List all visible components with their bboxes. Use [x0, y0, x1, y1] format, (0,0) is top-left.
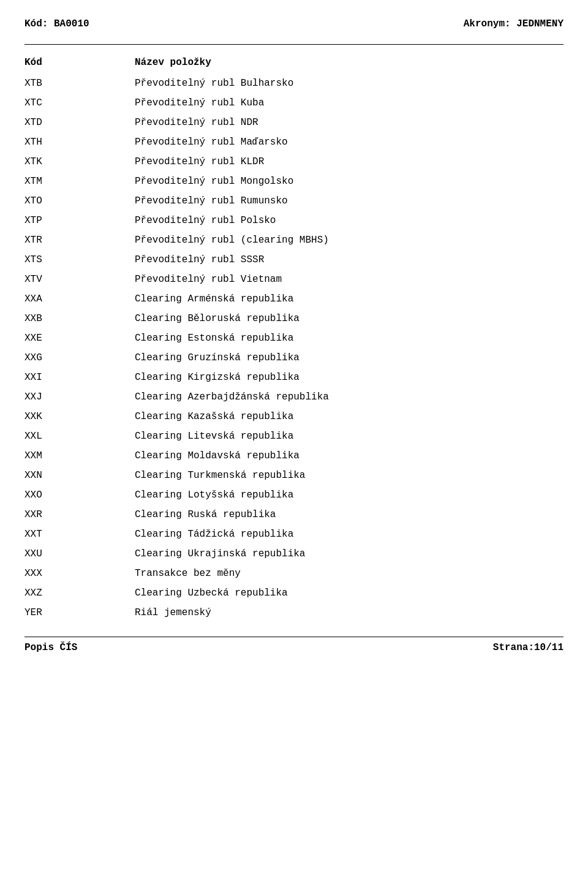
cell-name-3: Převoditelný rubl Maďarsko	[135, 137, 564, 148]
footer-right: Strana:10/11	[493, 642, 564, 653]
cell-code-11: XXA	[24, 293, 135, 304]
cell-name-10: Převoditelný rubl Vietnam	[135, 274, 564, 285]
cell-code-13: XXE	[24, 333, 135, 344]
cell-code-3: XTH	[24, 137, 135, 148]
table-row: XXMClearing Moldavská republika	[24, 450, 564, 461]
table-row: XXTClearing Tádžická republika	[24, 529, 564, 540]
table-row: XXUClearing Ukrajinská republika	[24, 548, 564, 559]
table-row: XTCPřevoditelný rubl Kuba	[24, 97, 564, 108]
page-header: Kód: BA0010 Akronym: JEDNMENY	[24, 18, 564, 29]
cell-code-5: XTM	[24, 176, 135, 187]
table-row: XTKPřevoditelný rubl KLDR	[24, 156, 564, 167]
header-divider	[24, 44, 564, 45]
table-row: XXLClearing Litevská republika	[24, 431, 564, 442]
cell-code-23: XXT	[24, 529, 135, 540]
akronym-label: Akronym: JEDNMENY	[464, 18, 564, 29]
table-row: XXJClearing Azerbajdžánská republika	[24, 392, 564, 403]
cell-code-0: XTB	[24, 78, 135, 89]
table-row: XXAClearing Arménská republika	[24, 293, 564, 304]
cell-code-14: XXG	[24, 352, 135, 363]
cell-code-25: XXX	[24, 568, 135, 579]
cell-name-1: Převoditelný rubl Kuba	[135, 97, 564, 108]
cell-name-11: Clearing Arménská republika	[135, 293, 564, 304]
table-row: XTBPřevoditelný rubl Bulharsko	[24, 78, 564, 89]
cell-name-2: Převoditelný rubl NDR	[135, 117, 564, 128]
cell-name-6: Převoditelný rubl Rumunsko	[135, 195, 564, 206]
cell-name-27: Riál jemenský	[135, 607, 564, 618]
cell-code-2: XTD	[24, 117, 135, 128]
cell-code-6: XTO	[24, 195, 135, 206]
cell-name-8: Převoditelný rubl (clearing MBHS)	[135, 235, 564, 246]
cell-name-23: Clearing Tádžická republika	[135, 529, 564, 540]
table-body: XTBPřevoditelný rubl BulharskoXTCPřevodi…	[24, 78, 564, 618]
cell-code-10: XTV	[24, 274, 135, 285]
table-row: XTSPřevoditelný rubl SSSR	[24, 254, 564, 265]
cell-name-5: Převoditelný rubl Mongolsko	[135, 176, 564, 187]
table-row: XXXTransakce bez měny	[24, 568, 564, 579]
cell-name-19: Clearing Moldavská republika	[135, 450, 564, 461]
cell-name-16: Clearing Azerbajdžánská republika	[135, 392, 564, 403]
table-row: XXEClearing Estonská republika	[24, 333, 564, 344]
table-row: XXOClearing Lotyšská republika	[24, 490, 564, 501]
footer-left: Popis ČÍS	[24, 642, 77, 653]
cell-code-24: XXU	[24, 548, 135, 559]
table-row: XTRPřevoditelný rubl (clearing MBHS)	[24, 235, 564, 246]
cell-name-0: Převoditelný rubl Bulharsko	[135, 78, 564, 89]
cell-name-20: Clearing Turkmenská republika	[135, 470, 564, 481]
cell-code-27: YER	[24, 607, 135, 618]
cell-code-18: XXL	[24, 431, 135, 442]
table-row: XTMPřevoditelný rubl Mongolsko	[24, 176, 564, 187]
cell-code-8: XTR	[24, 235, 135, 246]
table-row: XXRClearing Ruská republika	[24, 509, 564, 520]
cell-name-15: Clearing Kirgizská republika	[135, 372, 564, 383]
cell-code-15: XXI	[24, 372, 135, 383]
table-row: XXGClearing Gruzínská republika	[24, 352, 564, 363]
cell-name-17: Clearing Kazašská republika	[135, 411, 564, 422]
cell-name-12: Clearing Běloruská republika	[135, 313, 564, 324]
cell-name-25: Transakce bez měny	[135, 568, 564, 579]
table-row: XXBClearing Běloruská republika	[24, 313, 564, 324]
table-row: XTOPřevoditelný rubl Rumunsko	[24, 195, 564, 206]
cell-name-21: Clearing Lotyšská republika	[135, 490, 564, 501]
cell-code-4: XTK	[24, 156, 135, 167]
table-row: XXKClearing Kazašská republika	[24, 411, 564, 422]
table-row: XTHPřevoditelný rubl Maďarsko	[24, 137, 564, 148]
cell-code-17: XXK	[24, 411, 135, 422]
cell-code-19: XXM	[24, 450, 135, 461]
table-row: XTDPřevoditelný rubl NDR	[24, 117, 564, 128]
cell-name-18: Clearing Litevská republika	[135, 431, 564, 442]
cell-code-7: XTP	[24, 215, 135, 226]
table-row: XTVPřevoditelný rubl Vietnam	[24, 274, 564, 285]
cell-name-24: Clearing Ukrajinská republika	[135, 548, 564, 559]
column-name-header: Název položky	[135, 57, 564, 68]
cell-name-7: Převoditelný rubl Polsko	[135, 215, 564, 226]
cell-code-1: XTC	[24, 97, 135, 108]
table-row: XTPPřevoditelný rubl Polsko	[24, 215, 564, 226]
table-row: XXNClearing Turkmenská republika	[24, 470, 564, 481]
cell-name-14: Clearing Gruzínská republika	[135, 352, 564, 363]
table-row: XXIClearing Kirgizská republika	[24, 372, 564, 383]
cell-code-20: XXN	[24, 470, 135, 481]
cell-code-9: XTS	[24, 254, 135, 265]
column-code-header: Kód	[24, 57, 135, 68]
cell-name-13: Clearing Estonská republika	[135, 333, 564, 344]
table-row: XXZClearing Uzbecká republika	[24, 588, 564, 599]
column-headers: Kód Název položky	[24, 57, 564, 68]
cell-name-4: Převoditelný rubl KLDR	[135, 156, 564, 167]
cell-name-9: Převoditelný rubl SSSR	[135, 254, 564, 265]
cell-code-21: XXO	[24, 490, 135, 501]
page-footer: Popis ČÍS Strana:10/11	[24, 637, 564, 653]
cell-name-22: Clearing Ruská republika	[135, 509, 564, 520]
kod-label: Kód: BA0010	[24, 18, 89, 29]
cell-code-22: XXR	[24, 509, 135, 520]
table-row: YERRiál jemenský	[24, 607, 564, 618]
cell-code-12: XXB	[24, 313, 135, 324]
cell-code-26: XXZ	[24, 588, 135, 599]
cell-code-16: XXJ	[24, 392, 135, 403]
cell-name-26: Clearing Uzbecká republika	[135, 588, 564, 599]
